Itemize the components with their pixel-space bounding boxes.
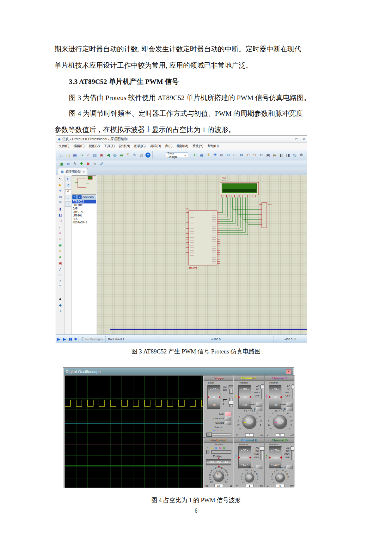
origin-icon[interactable]: ✛ bbox=[205, 152, 211, 158]
menu-item[interactable]: 设计(N) bbox=[119, 144, 130, 148]
bom-icon[interactable]: $ bbox=[125, 152, 131, 158]
import-section-icon[interactable]: ◧ bbox=[278, 152, 285, 158]
menu-item[interactable]: 调试(D) bbox=[150, 144, 161, 148]
text-script-icon[interactable]: ☰ bbox=[57, 200, 64, 206]
device-item[interactable]: AT89C52 bbox=[72, 200, 96, 203]
pan-icon[interactable]: ✚ bbox=[212, 152, 218, 158]
channel-a-coupling-slider[interactable] bbox=[261, 384, 264, 399]
device-item[interactable]: LM016L bbox=[72, 214, 96, 217]
2d-path-icon[interactable]: ~ bbox=[57, 290, 64, 296]
generator-icon[interactable]: ◉ bbox=[57, 242, 64, 248]
channel-c-coupling-slider[interactable] bbox=[292, 384, 295, 399]
timebase-knob[interactable]: 2001005020105210.50.20.15020105210.5msµs… bbox=[204, 467, 234, 487]
pause-button[interactable]: ▮▮ bbox=[69, 337, 72, 341]
selection-mode-icon[interactable]: ▣ bbox=[58, 161, 65, 167]
cursors-button[interactable] bbox=[225, 421, 231, 425]
find-component-icon[interactable]: ◎ bbox=[291, 152, 298, 158]
design-notes-icon[interactable]: ✐ bbox=[98, 161, 105, 167]
menu-item[interactable]: 编辑(E) bbox=[73, 144, 84, 148]
menu-item[interactable]: 图表(G) bbox=[134, 144, 145, 148]
graph-mode-icon[interactable]: ≈ bbox=[57, 230, 64, 236]
tab-close-icon[interactable]: ✕ bbox=[83, 170, 85, 173]
falling-edge-icon[interactable] bbox=[223, 403, 227, 405]
menu-item[interactable]: 工具(T) bbox=[104, 144, 114, 148]
schematic-canvas[interactable]: LCD2LM016LRP2U1AT89C52C5C4C6R2加速减速启动ABCD bbox=[97, 175, 307, 334]
horizontal-position-dial[interactable]: 210200190 bbox=[206, 459, 231, 466]
maximize-icon[interactable]: □ bbox=[296, 137, 297, 141]
close-icon[interactable]: ✕ bbox=[286, 369, 291, 374]
2d-box-icon[interactable]: □ bbox=[57, 272, 64, 278]
open-folder-icon[interactable]: ◰ bbox=[65, 152, 71, 158]
library-manager-button[interactable]: L bbox=[77, 195, 82, 199]
delete-object-icon[interactable]: ✖ bbox=[85, 161, 91, 167]
report-icon[interactable]: ▧ bbox=[138, 152, 144, 158]
home-icon[interactable]: ⌂ bbox=[85, 152, 91, 158]
device-item[interactable]: BUTTON bbox=[72, 203, 96, 207]
zoom-out-icon[interactable]: ⊖ bbox=[225, 152, 231, 158]
import-icon[interactable]: ⇥ bbox=[78, 152, 85, 158]
invert-button[interactable] bbox=[286, 465, 293, 469]
2d-symbol-icon[interactable]: ◆ bbox=[57, 302, 64, 308]
zoom-all-icon[interactable]: ⊠ bbox=[238, 152, 245, 158]
pick-devices-button[interactable]: P bbox=[72, 195, 77, 199]
position-nudge-arrows[interactable]: ▲▼ bbox=[266, 394, 268, 398]
new-file-icon[interactable]: ▢ bbox=[58, 152, 65, 158]
copy-icon[interactable]: ▣ bbox=[265, 152, 271, 158]
2d-text-icon[interactable]: A bbox=[57, 296, 64, 302]
library-icon[interactable]: ▤ bbox=[118, 152, 125, 158]
level-nudge-arrows[interactable]: ▲▼ bbox=[204, 394, 206, 398]
2d-arc-icon[interactable]: ⌒ bbox=[57, 284, 64, 290]
zoom-area-icon[interactable]: ⊡ bbox=[232, 152, 238, 158]
channel-a-gain-knob[interactable]: 20105210.50.20.150201052VmV5 bbox=[235, 409, 264, 437]
export-section-icon[interactable]: ◨ bbox=[285, 152, 291, 158]
invert-button[interactable] bbox=[256, 465, 262, 469]
wire-autorouter-icon[interactable]: ≈ bbox=[92, 161, 98, 167]
tab-schematic[interactable]: ▦ 原理图绘制 ✕ bbox=[58, 168, 88, 175]
menu-item[interactable]: 文件(F) bbox=[58, 144, 69, 148]
cut-icon[interactable]: ✂ bbox=[258, 152, 265, 158]
position-nudge-arrows[interactable]: ▲▼ bbox=[235, 394, 237, 398]
pcb-layout-icon[interactable]: ◉ bbox=[98, 152, 105, 158]
design-rule-icon[interactable]: ✎ bbox=[132, 152, 138, 158]
schematic-capture-icon[interactable]: ▥ bbox=[92, 152, 98, 158]
redo-icon[interactable]: ↷ bbox=[252, 152, 258, 158]
terminal-icon[interactable]: ⊣ bbox=[57, 218, 64, 224]
mirror-h-icon[interactable]: ↔ bbox=[65, 195, 71, 200]
virtual-instrument-icon[interactable]: ▣ bbox=[57, 260, 64, 266]
device-pin-icon[interactable]: ⌐ bbox=[57, 224, 64, 230]
save-icon[interactable]: ▦ bbox=[72, 152, 78, 158]
wire-label-icon[interactable]: ▭ bbox=[57, 194, 64, 200]
current-probe-icon[interactable]: A bbox=[57, 254, 64, 260]
tape-recorder-icon[interactable]: ▱ bbox=[57, 236, 64, 242]
menu-item[interactable]: 库(L) bbox=[165, 144, 172, 148]
device-item[interactable]: RES bbox=[72, 217, 96, 221]
2d-circle-icon[interactable]: ○ bbox=[57, 278, 64, 284]
trigger-level-scale[interactable]: -10010 bbox=[207, 385, 221, 409]
trigger-coupling-slider[interactable] bbox=[229, 385, 233, 394]
invert-button[interactable] bbox=[286, 402, 293, 407]
grid-toggle-icon[interactable]: ▦ bbox=[199, 152, 205, 158]
help-icon[interactable]: ? bbox=[145, 153, 150, 158]
horizontal-source-slider[interactable] bbox=[206, 450, 231, 454]
channel-c-gain-knob[interactable]: 20105210.50.20.150201052VmV20 bbox=[265, 409, 295, 437]
selection-cursor-icon[interactable]: ↖ bbox=[57, 176, 64, 182]
menu-item[interactable]: 视图(V) bbox=[89, 144, 100, 148]
rotate-ccw-icon[interactable]: ↺ bbox=[65, 183, 71, 188]
play-button[interactable]: ▶ bbox=[57, 337, 60, 341]
refresh-icon[interactable]: ↻ bbox=[192, 152, 198, 158]
voltage-probe-icon[interactable]: V bbox=[57, 248, 64, 254]
bus-icon[interactable]: ▮ bbox=[57, 206, 64, 212]
menu-item[interactable]: 模板(M) bbox=[177, 144, 188, 148]
mirror-v-icon[interactable]: ↕ bbox=[65, 201, 71, 207]
channel-b-coupling-slider[interactable] bbox=[260, 446, 264, 460]
position-nudge-arrows[interactable]: ▲▼ bbox=[266, 454, 268, 458]
marker-icon[interactable]: ✛ bbox=[57, 308, 64, 314]
2d-line-icon[interactable]: ╱ bbox=[57, 266, 64, 272]
rising-edge-icon[interactable] bbox=[223, 399, 227, 402]
step-button[interactable]: ▶ bbox=[63, 337, 66, 341]
channel-d-coupling-slider[interactable] bbox=[291, 446, 295, 460]
junction-dot-icon[interactable]: ✛ bbox=[57, 188, 64, 194]
channel-b-gain-knob[interactable]: 20105210.50.20.150201052VmV5 bbox=[235, 470, 264, 487]
device-item[interactable]: RESPACK-8 bbox=[72, 221, 96, 224]
menu-item[interactable]: 帮助(H) bbox=[207, 144, 219, 148]
